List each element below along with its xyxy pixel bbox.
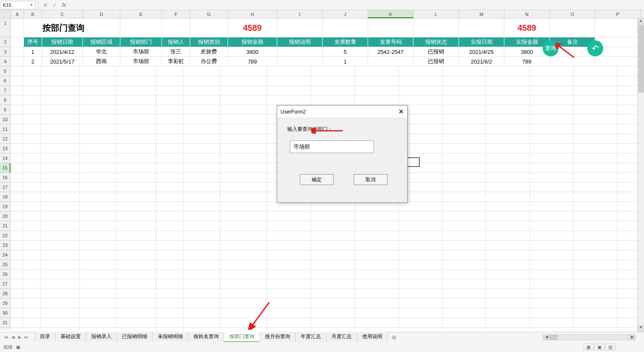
empty-cell[interactable] [574,212,617,221]
empty-cell[interactable] [267,212,311,221]
empty-cell[interactable] [355,328,399,330]
empty-cell[interactable] [23,66,40,76]
vertical-scrollbar[interactable]: ▲ ▼ [637,19,644,332]
empty-cell[interactable] [486,183,530,192]
empty-cell[interactable] [311,86,355,95]
empty-cell[interactable] [220,270,268,279]
empty-cell[interactable] [574,124,617,134]
empty-cell[interactable] [11,192,23,202]
empty-cell[interactable] [267,66,311,76]
table-column-header[interactable]: 报销金额 [228,37,277,47]
empty-cell[interactable] [399,328,443,330]
scroll-right-button[interactable]: ▶ [629,335,635,340]
empty-cell[interactable] [116,124,156,134]
table-cell[interactable]: 5 [323,47,368,57]
empty-cell[interactable] [267,289,311,299]
view-pagebreak-icon[interactable]: ▥ [605,344,615,350]
empty-cell[interactable] [486,260,530,270]
empty-cell[interactable] [574,241,617,250]
empty-cell[interactable] [116,221,156,231]
empty-cell[interactable] [40,279,80,289]
empty-cell[interactable] [116,192,156,202]
empty-cell[interactable] [183,260,220,270]
empty-cell[interactable] [23,124,40,134]
empty-cell[interactable] [116,279,156,289]
empty-cell[interactable] [399,318,443,328]
table-cell[interactable]: 2021/5/17 [42,57,83,66]
empty-cell[interactable] [220,212,268,221]
table-cell[interactable]: 市场部 [120,47,162,57]
empty-cell[interactable] [486,328,530,330]
empty-cell[interactable] [11,202,23,212]
column-header-E[interactable]: E [120,10,162,18]
empty-cell[interactable] [80,115,116,124]
empty-cell[interactable] [80,328,116,330]
empty-cell[interactable] [11,279,23,289]
row-header[interactable]: 20 [0,212,11,221]
row-header[interactable]: 13 [0,144,11,154]
empty-cell[interactable] [311,260,355,270]
column-header-B[interactable]: B [24,10,42,18]
empty-cell[interactable] [183,76,220,86]
empty-cell[interactable] [267,231,311,241]
empty-cell[interactable] [486,173,530,183]
empty-cell[interactable] [443,279,486,289]
table-cell[interactable] [368,57,413,66]
empty-cell[interactable] [486,115,530,124]
table-cell[interactable]: 差旅费 [190,47,228,57]
empty-cell[interactable] [116,202,156,212]
empty-cell[interactable] [156,134,183,144]
empty-cell[interactable] [486,221,530,231]
empty-cell[interactable] [220,308,268,318]
empty-cell[interactable] [486,124,530,134]
table-cell[interactable]: 2542-2547 [368,47,413,57]
empty-cell[interactable] [220,66,268,76]
empty-cell[interactable] [399,66,443,76]
empty-cell[interactable] [443,134,486,144]
empty-cell[interactable] [183,221,220,231]
row-header[interactable]: 14 [0,154,11,163]
empty-cell[interactable] [116,76,156,86]
empty-cell[interactable] [574,76,617,86]
empty-cell[interactable] [23,173,40,183]
empty-cell[interactable] [443,144,486,154]
empty-cell[interactable] [40,328,80,330]
row-header[interactable]: 32 [0,328,11,330]
empty-cell[interactable] [399,279,443,289]
empty-cell[interactable] [116,173,156,183]
close-icon[interactable]: ✕ [398,108,404,116]
empty-cell[interactable] [530,134,574,144]
empty-cell[interactable] [267,270,311,279]
empty-cell[interactable] [486,66,530,76]
row-header[interactable]: 26 [0,270,11,279]
empty-cell[interactable] [156,308,183,318]
empty-cell[interactable] [311,299,355,308]
row-header[interactable]: 17 [0,183,11,192]
sheet-tab[interactable]: 报销录入 [86,332,117,342]
row-header[interactable]: 23 [0,241,11,250]
empty-cell[interactable] [80,299,116,308]
column-header-N[interactable]: N [504,10,550,18]
empty-cell[interactable] [80,270,116,279]
table-column-header[interactable]: 报销状态 [413,37,459,47]
empty-cell[interactable] [486,134,530,144]
tab-nav-prev-icon[interactable]: ◀ [10,334,16,340]
empty-cell[interactable] [574,318,617,328]
empty-cell[interactable] [40,192,80,202]
empty-cell[interactable] [574,163,617,173]
empty-cell[interactable] [574,250,617,260]
sheet-tab[interactable]: 使用说明 [357,332,388,342]
empty-cell[interactable] [530,154,574,163]
row-header[interactable]: 24 [0,250,11,260]
empty-cell[interactable] [116,231,156,241]
empty-cell[interactable] [574,231,617,241]
sheet-tab[interactable]: 按月份查询 [260,332,296,342]
table-column-header[interactable]: 报销人 [162,37,190,47]
table-column-header[interactable]: 实报日期 [459,37,504,47]
empty-cell[interactable] [23,279,40,289]
empty-cell[interactable] [443,260,486,270]
empty-cell[interactable] [574,260,617,270]
empty-cell[interactable] [355,66,399,76]
empty-cell[interactable] [23,318,40,328]
empty-cell[interactable] [23,154,40,163]
